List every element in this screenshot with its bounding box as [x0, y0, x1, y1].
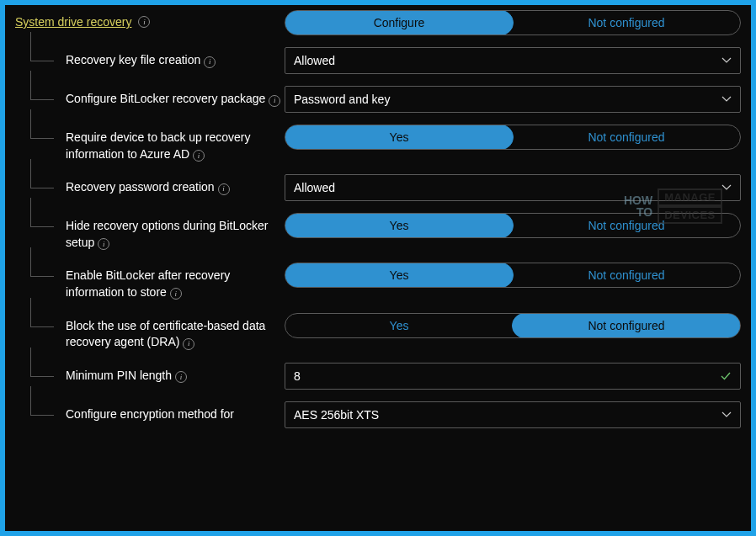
- info-icon[interactable]: i: [138, 16, 150, 28]
- setting-label: Hide recovery options during BitLocker s…: [66, 219, 268, 249]
- setting-label: Recovery key file creation: [66, 53, 200, 66]
- system-drive-recovery-toggle[interactable]: Configure Not configured: [285, 10, 741, 35]
- setting-label: Configure BitLocker recovery package: [66, 92, 265, 105]
- chevron-down-icon: [721, 94, 732, 104]
- toggle-option-not-configured[interactable]: Not configured: [513, 214, 740, 237]
- recovery-key-file-creation-select[interactable]: Allowed: [285, 47, 741, 74]
- tree-indent: [15, 263, 66, 286]
- toggle-option-configure[interactable]: Configure: [285, 10, 514, 35]
- settings-panel: System drive recovery i Configure Not co…: [5, 5, 751, 531]
- setting-label: Require device to back up recovery infor…: [66, 130, 250, 161]
- info-icon[interactable]: i: [183, 338, 194, 350]
- setting-row: Minimum PIN length i 8: [15, 363, 741, 390]
- setting-row: Configure encryption method for AES 256b…: [15, 401, 741, 428]
- section-row: System drive recovery i Configure Not co…: [15, 10, 741, 35]
- setting-label: Configure encryption method for: [66, 407, 234, 421]
- setting-row: Require device to back up recovery infor…: [15, 125, 741, 162]
- info-icon[interactable]: i: [98, 238, 109, 250]
- toggle-option-not-configured[interactable]: Not configured: [513, 263, 740, 287]
- setting-row: Enable BitLocker after recovery informat…: [15, 263, 741, 300]
- info-icon[interactable]: i: [269, 95, 280, 107]
- configure-encryption-method-select[interactable]: AES 256bit XTS: [285, 401, 741, 428]
- tree-indent: [15, 86, 66, 109]
- setting-row: Recovery key file creation i Allowed: [15, 47, 741, 74]
- setting-row: Configure BitLocker recovery package i P…: [15, 86, 741, 113]
- toggle-option-not-configured[interactable]: Not configured: [512, 313, 741, 338]
- hide-recovery-options-toggle[interactable]: Yes Not configured: [285, 213, 741, 238]
- require-backup-azure-ad-toggle[interactable]: Yes Not configured: [285, 125, 741, 150]
- toggle-option-not-configured[interactable]: Not configured: [513, 11, 740, 34]
- setting-row: Hide recovery options during BitLocker s…: [15, 213, 741, 251]
- block-certificate-dra-toggle[interactable]: Yes Not configured: [285, 313, 741, 338]
- tree-indent: [15, 401, 66, 425]
- toggle-option-yes[interactable]: Yes: [285, 263, 514, 288]
- info-icon[interactable]: i: [193, 150, 205, 162]
- toggle-option-yes[interactable]: Yes: [285, 314, 513, 337]
- toggle-option-yes[interactable]: Yes: [285, 213, 514, 238]
- tree-indent: [15, 47, 66, 71]
- toggle-option-not-configured[interactable]: Not configured: [513, 125, 740, 149]
- select-value: Allowed: [294, 54, 335, 67]
- check-icon: [720, 370, 732, 382]
- configure-bitlocker-recovery-package-select[interactable]: Password and key: [285, 86, 741, 113]
- info-icon[interactable]: i: [204, 56, 216, 68]
- tree-indent: [15, 313, 66, 337]
- chevron-down-icon: [721, 410, 732, 420]
- chevron-down-icon: [721, 183, 732, 193]
- info-icon[interactable]: i: [218, 183, 230, 195]
- tree-indent: [15, 125, 66, 148]
- setting-row: Recovery password creation i Allowed: [15, 174, 741, 201]
- select-value: AES 256bit XTS: [294, 408, 379, 422]
- minimum-pin-length-input[interactable]: 8: [285, 363, 741, 390]
- tree-indent: [15, 174, 66, 198]
- enable-bitlocker-after-recovery-toggle[interactable]: Yes Not configured: [285, 263, 741, 288]
- info-icon[interactable]: i: [170, 288, 182, 300]
- tree-indent: [15, 363, 66, 386]
- tree-indent: [15, 213, 66, 236]
- select-value: Password and key: [294, 93, 390, 106]
- recovery-password-creation-select[interactable]: Allowed: [285, 174, 741, 201]
- select-value: Allowed: [294, 181, 335, 194]
- input-value: 8: [294, 369, 301, 383]
- setting-label: Enable BitLocker after recovery informat…: [66, 268, 230, 299]
- section-title-link[interactable]: System drive recovery: [15, 15, 131, 29]
- setting-label: Block the use of certificate-based data …: [66, 319, 265, 349]
- setting-row: Block the use of certificate-based data …: [15, 313, 741, 351]
- info-icon[interactable]: i: [175, 371, 187, 383]
- setting-label: Recovery password creation: [66, 180, 215, 194]
- toggle-option-yes[interactable]: Yes: [285, 125, 514, 150]
- setting-label: Minimum PIN length: [66, 369, 172, 382]
- chevron-down-icon: [721, 56, 732, 66]
